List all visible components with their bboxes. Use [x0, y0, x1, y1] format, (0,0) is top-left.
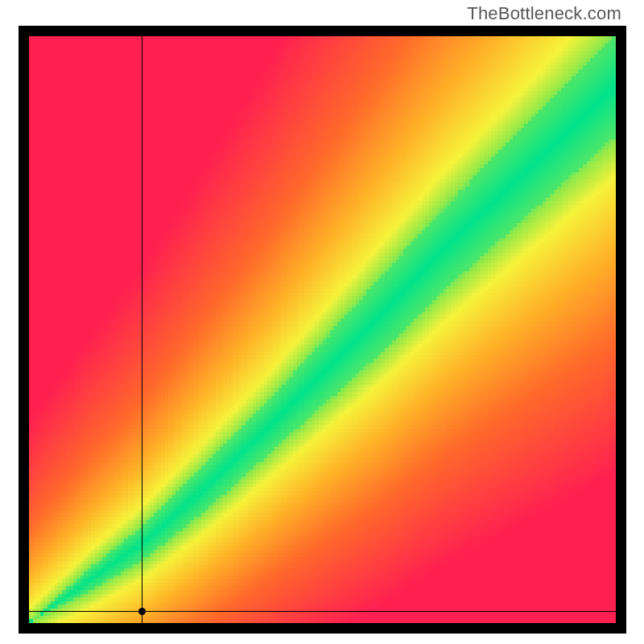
crosshair-point	[138, 608, 146, 615]
heatmap-canvas	[29, 36, 616, 623]
heatmap-area	[29, 36, 616, 623]
watermark-text: TheBottleneck.com	[467, 3, 621, 24]
chart-container: TheBottleneck.com	[0, 0, 644, 644]
crosshair-horizontal	[29, 611, 616, 612]
crosshair-vertical	[142, 36, 142, 623]
